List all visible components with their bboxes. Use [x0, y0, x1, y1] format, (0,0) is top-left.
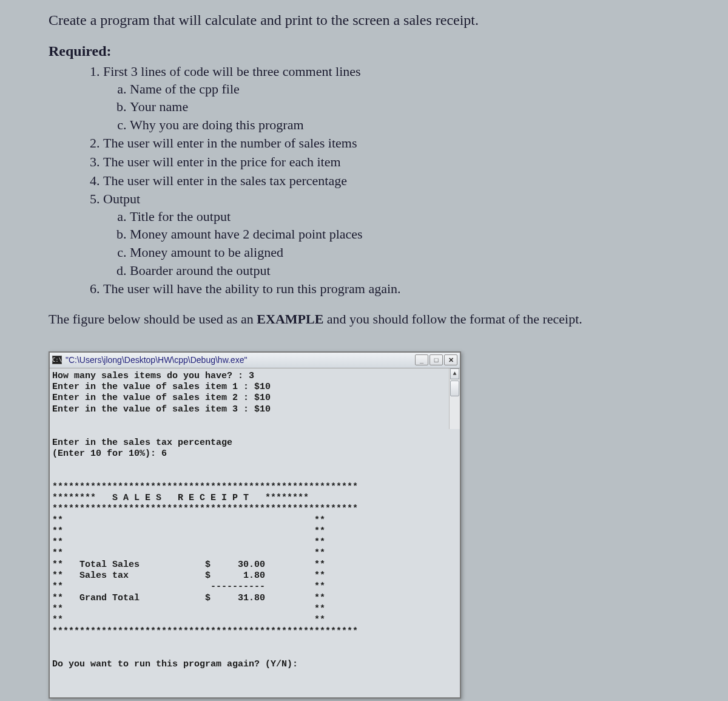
required-heading: Required:	[49, 43, 692, 59]
console-window: C:\ "C:\Users\jlong\Desktop\HW\cpp\Debug…	[49, 351, 461, 699]
scrollbar[interactable]: ▲	[449, 368, 460, 429]
window-controls: _ □ ✕	[415, 354, 457, 365]
req-item-2: The user will enter in the number of sal…	[103, 135, 692, 152]
minimize-button[interactable]: _	[415, 354, 428, 365]
req-item-5-text: Output	[103, 191, 140, 206]
window-titlebar: C:\ "C:\Users\jlong\Desktop\HW\cpp\Debug…	[50, 353, 460, 368]
req-item-4: The user will enter in the sales tax per…	[103, 172, 692, 190]
intro-text: Create a program that will calculate and…	[49, 12, 692, 29]
window-title: "C:\Users\jlong\Desktop\HW\cpp\Debug\hw.…	[66, 355, 415, 365]
req-1a: Name of the cpp file	[130, 81, 692, 98]
close-button[interactable]: ✕	[444, 354, 457, 365]
figure-note-post: and you should follow the format of the …	[323, 311, 582, 327]
req-5a: Title for the output	[130, 208, 692, 226]
figure-note: The figure below should be used as an EX…	[49, 311, 692, 327]
console-output: How many sales items do you have? : 3 En…	[50, 368, 460, 698]
req-1b: Your name	[130, 98, 692, 116]
cmd-icon: C:\	[52, 356, 62, 364]
requirements-list: First 3 lines of code will be three comm…	[49, 63, 692, 298]
req-5b: Money amount have 2 decimal point places	[130, 226, 692, 243]
req-item-1-sublist: Name of the cpp file Your name Why you a…	[103, 81, 692, 134]
req-5c: Money amount to be aligned	[130, 244, 692, 262]
figure-note-pre: The figure below should be used as an	[49, 311, 257, 327]
req-5d: Boarder around the output	[130, 262, 692, 280]
req-item-1: First 3 lines of code will be three comm…	[103, 63, 692, 134]
req-item-5: Output Title for the output Money amount…	[103, 191, 692, 279]
req-1c: Why you are doing this program	[130, 117, 692, 134]
scroll-up-arrow-icon[interactable]: ▲	[450, 368, 459, 379]
req-item-1-text: First 3 lines of code will be three comm…	[103, 64, 361, 79]
maximize-button[interactable]: □	[430, 354, 443, 365]
req-item-3: The user will enter in the price for eac…	[103, 154, 692, 171]
req-item-5-sublist: Title for the output Money amount have 2…	[103, 208, 692, 279]
scroll-thumb[interactable]	[450, 381, 459, 396]
req-item-6: The user will have the ability to run th…	[103, 280, 692, 298]
figure-note-bold: EXAMPLE	[257, 311, 323, 327]
